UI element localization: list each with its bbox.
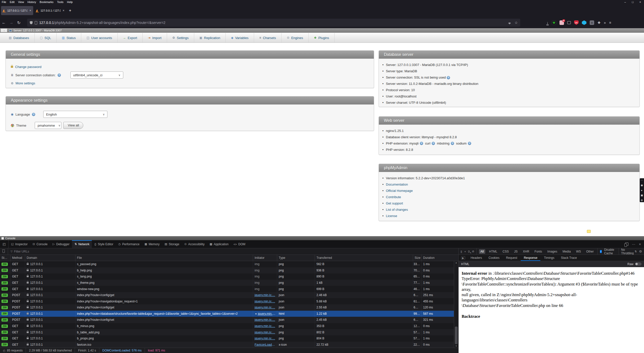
- change-password-link[interactable]: Change password: [15, 65, 42, 69]
- more-dots-icon[interactable]: ⋯: [641, 179, 643, 182]
- network-request-row[interactable]: 200 GET 127.0.0.1 b_props.png ◄jquery.mi…: [0, 335, 454, 342]
- type-filter-button[interactable]: Images: [546, 249, 559, 254]
- more-settings-link[interactable]: More settings: [16, 81, 35, 85]
- pma-nav-tab[interactable]: ▥ Status: [57, 33, 81, 43]
- scroll-down-icon[interactable]: ▼: [455, 345, 457, 347]
- menu-item[interactable]: Help: [65, 0, 74, 4]
- pages-icon[interactable]: ▣: [641, 194, 643, 197]
- pma-nav-tab[interactable]: ▣ Replication: [194, 33, 226, 43]
- nav-panel-toggle[interactable]: →: [1, 28, 7, 32]
- tab-close-icon[interactable]: ×: [29, 9, 32, 12]
- devtools-tab[interactable]: ⊡ Console: [30, 240, 50, 248]
- extension-gray-icon[interactable]: ¤: [590, 20, 594, 25]
- about-link[interactable]: License: [386, 214, 397, 218]
- type-filter-button[interactable]: WS: [575, 249, 582, 254]
- request-initiator[interactable]: jquery.min.js:…: [255, 318, 275, 322]
- devtools-tab[interactable]: ▩ Application: [207, 240, 231, 248]
- type-filter-button[interactable]: JS: [512, 249, 519, 254]
- type-filter-button[interactable]: Fonts: [533, 249, 544, 254]
- tabs-overview-icon[interactable]: [567, 21, 571, 24]
- details-tab[interactable]: Request: [503, 255, 520, 261]
- pma-nav-tab[interactable]: ❖ Plugins: [309, 33, 335, 43]
- pma-nav-tab[interactable]: ≡ Charsets: [254, 33, 281, 43]
- help-icon[interactable]: ?: [451, 142, 454, 145]
- extension-d-icon[interactable]: [559, 20, 564, 25]
- language-select[interactable]: English ∨: [43, 111, 107, 118]
- menu-item[interactable]: Bookmarks: [38, 0, 55, 4]
- menu-item[interactable]: Edit: [8, 0, 16, 4]
- type-filter-button[interactable]: CSS: [501, 249, 510, 254]
- meatball-menu-icon[interactable]: ⋯: [632, 242, 635, 246]
- details-tab[interactable]: Timings: [541, 255, 557, 261]
- request-initiator[interactable]: FaviconLoade…: [255, 343, 275, 346]
- clear-requests-icon[interactable]: [3, 250, 5, 253]
- disable-cache-checkbox[interactable]: ✓: [600, 250, 602, 253]
- extension-w-icon[interactable]: W: [552, 20, 556, 25]
- network-settings-gear-icon[interactable]: ⚙: [639, 250, 642, 253]
- column-header[interactable]: Duration: [422, 255, 454, 261]
- network-request-row[interactable]: 200 POST 127.0.0.1 index.php?route=/navi…: [0, 298, 454, 304]
- network-request-row[interactable]: 200 GET 127.0.0.1 s_theme.png ◄img png 1…: [0, 280, 454, 286]
- block-icon[interactable]: ⊘: [472, 250, 474, 253]
- network-request-row[interactable]: 200 GET 127.0.0.1 b_minus.png ◄jquery.mi…: [0, 323, 454, 329]
- url-field[interactable]: 127.0.0.1/phpMyAdmin-5.2+snapshot-all-la…: [27, 19, 520, 27]
- pick-element-icon[interactable]: ◰: [0, 240, 9, 248]
- close-devtools-icon[interactable]: ×: [639, 242, 641, 246]
- reload-button[interactable]: ↻: [15, 20, 23, 25]
- request-initiator[interactable]: jquery.min.js:…: [255, 306, 275, 309]
- collation-select[interactable]: utf8mb4_unicode_ci ∨: [70, 72, 123, 79]
- column-header[interactable]: Initiator: [253, 255, 277, 261]
- about-link[interactable]: Contribute: [386, 195, 401, 199]
- video-camera-icon[interactable]: ▸: [641, 189, 642, 192]
- browser-tab[interactable]: 127.0.0.1 / 127.0.0.1:3307 - Maria ×: [34, 6, 66, 15]
- column-header[interactable]: Size: [413, 255, 422, 261]
- filter-urls-input[interactable]: Filter URLs: [14, 250, 29, 253]
- new-tab-button[interactable]: +: [69, 8, 71, 13]
- help-icon[interactable]: ?: [32, 113, 35, 116]
- request-initiator[interactable]: jquery.min.js:…: [255, 324, 275, 328]
- help-icon[interactable]: ?: [447, 76, 450, 79]
- pma-nav-tab[interactable]: ▤ Databases: [4, 33, 35, 43]
- extensions-puzzle-icon[interactable]: ❖: [597, 21, 601, 25]
- menu-item[interactable]: View: [16, 0, 26, 4]
- request-initiator[interactable]: jquery.min.js:…: [255, 331, 275, 334]
- raw-toggle[interactable]: Raw: [627, 262, 641, 266]
- network-request-row[interactable]: 200 GET 127.0.0.1 s_passwd.png ◄img png …: [0, 261, 454, 267]
- request-initiator[interactable]: jquery.min.js:…: [255, 337, 275, 340]
- console-restore-icon[interactable]: [587, 230, 591, 233]
- network-request-row[interactable]: 200 POST 127.0.0.1 index.php?route=/conf…: [0, 304, 454, 311]
- request-initiator[interactable]: img: [255, 269, 259, 272]
- type-filter-button[interactable]: Media: [561, 249, 572, 254]
- url-text[interactable]: 127.0.0.1/phpMyAdmin-5.2+snapshot-all-la…: [39, 21, 506, 25]
- pma-console-bar[interactable]: Console: [0, 236, 644, 240]
- network-request-row[interactable]: 200 GET 127.0.0.1 b_table_add.png ◄jquer…: [0, 329, 454, 335]
- request-initiator[interactable]: jquery.min.js:…: [258, 312, 275, 315]
- about-link[interactable]: Official Homepage: [386, 189, 413, 193]
- request-initiator[interactable]: img: [255, 262, 259, 266]
- tracking-shield-icon[interactable]: [30, 21, 33, 24]
- pma-nav-tab[interactable]: ▢ SQL: [35, 33, 57, 43]
- details-tab[interactable]: Response: [521, 255, 540, 261]
- network-request-row[interactable]: 200 GET 127.0.0.1 s_lang.png ◄img png 89…: [0, 273, 454, 280]
- maximize-button[interactable]: □: [629, 0, 636, 4]
- browser-tab[interactable]: 127.0.0.1 / 127.0.0.1:3307 - Maria ×: [1, 6, 33, 15]
- app-menu-icon[interactable]: ≡: [609, 21, 611, 25]
- column-header[interactable]: Type: [277, 255, 315, 261]
- about-link[interactable]: List of changes: [386, 208, 408, 211]
- column-header[interactable]: Transferred: [315, 255, 413, 261]
- help-icon[interactable]: ?: [432, 142, 435, 145]
- camera-icon[interactable]: ◉: [641, 184, 643, 187]
- pma-nav-tab[interactable]: ◫ User accounts: [81, 33, 117, 43]
- gear-icon[interactable]: ⚙: [641, 199, 643, 202]
- network-request-row[interactable]: 200 GET 127.0.0.1 b_help.png ◄img png 93…: [0, 267, 454, 274]
- request-initiator[interactable]: jquery.min.js:…: [255, 300, 275, 303]
- type-filter-button[interactable]: Other: [585, 249, 595, 254]
- responsive-design-icon[interactable]: [625, 242, 628, 246]
- help-icon[interactable]: ?: [468, 142, 471, 145]
- scrollbar-thumb[interactable]: [455, 327, 458, 344]
- add-icon[interactable]: +: [464, 250, 466, 253]
- devtools-tab[interactable]: ⊙ Accessibility: [182, 240, 207, 248]
- column-header[interactable]: Domain: [25, 255, 75, 261]
- minimize-button[interactable]: –: [621, 0, 629, 4]
- network-request-row[interactable]: 200 POST 127.0.0.1 index.php?route=/conf…: [0, 292, 454, 298]
